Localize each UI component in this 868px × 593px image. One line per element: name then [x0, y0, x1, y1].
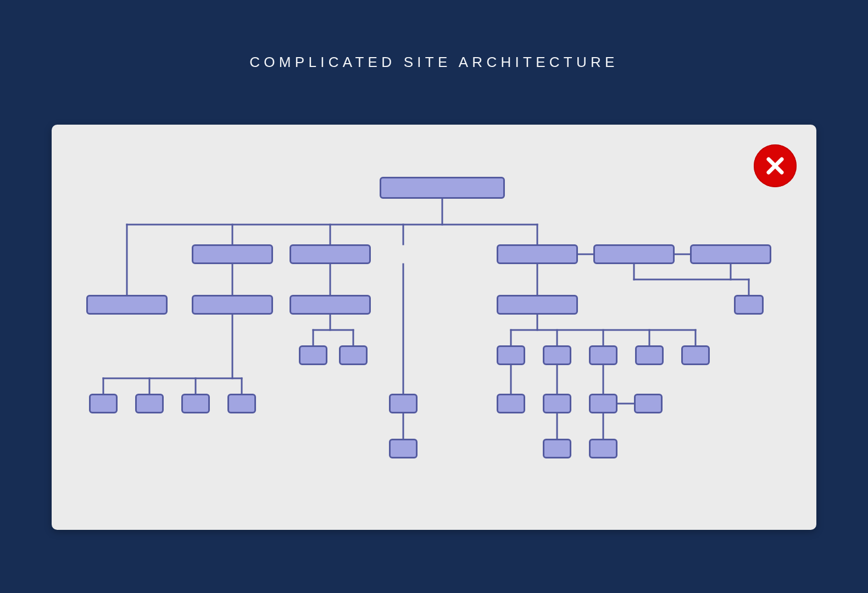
diagram-node: [339, 345, 368, 365]
diagram-node: [593, 244, 675, 264]
diagram-node: [86, 295, 168, 315]
diagram-panel: [52, 125, 816, 530]
diagram-node: [497, 295, 578, 315]
diagram-node: [227, 394, 256, 413]
diagram-node: [681, 345, 710, 365]
diagram-node: [389, 439, 418, 458]
diagram-node: [290, 244, 371, 264]
diagram-node: [497, 394, 525, 413]
diagram-node: [192, 295, 273, 315]
page-title: COMPLICATED SITE ARCHITECTURE: [0, 54, 868, 71]
diagram-node: [192, 244, 273, 264]
diagram-node: [389, 394, 418, 413]
diagram-node: [734, 295, 764, 315]
diagram-node: [135, 394, 164, 413]
diagram-node: [89, 394, 118, 413]
diagram-node: [690, 244, 771, 264]
diagram-node: [589, 394, 617, 413]
diagram-node: [635, 345, 664, 365]
diagram-node: [543, 439, 571, 458]
diagram-node: [543, 345, 571, 365]
diagram-node: [497, 244, 578, 264]
diagram-node: [634, 394, 663, 413]
diagram-node: [589, 439, 617, 458]
diagram-node: [299, 345, 327, 365]
diagram-node: [290, 295, 371, 315]
diagram-node: [181, 394, 210, 413]
diagram-node: [380, 177, 505, 199]
diagram-node: [497, 345, 525, 365]
diagram-node: [589, 345, 617, 365]
diagram-node: [543, 394, 571, 413]
